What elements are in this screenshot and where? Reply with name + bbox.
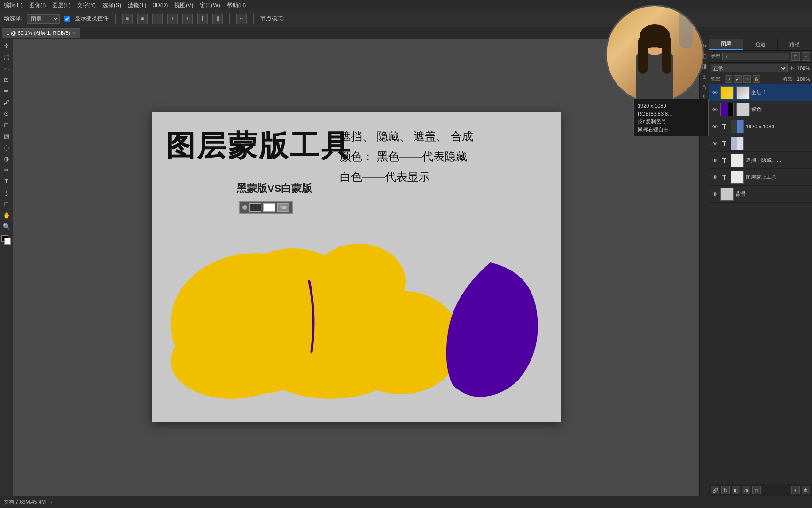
- dodge-tool-btn[interactable]: ◑: [1, 153, 12, 164]
- menu-item-help[interactable]: 帮助(H): [227, 1, 246, 9]
- menu-item-select[interactable]: 选择(S): [102, 1, 121, 9]
- lasso-tool-btn[interactable]: ⌓: [1, 63, 12, 73]
- tab-current-file[interactable]: 1 @ 60.1% (图层 1, RGB/8) ×: [2, 28, 80, 38]
- layer-eye-t5[interactable]: 👁: [711, 157, 718, 164]
- status-bar: 文档:7.66M/45.4M ›: [0, 496, 812, 508]
- purple-shape: [438, 258, 542, 399]
- hand-tool-btn[interactable]: ✋: [1, 210, 12, 220]
- distribute-v-icon[interactable]: ∥: [212, 14, 223, 24]
- brush-tool-btn[interactable]: 🖌: [1, 97, 12, 107]
- clone-tool-btn[interactable]: ⊙: [1, 108, 12, 119]
- lock-transparency-btn[interactable]: ⊡: [725, 75, 732, 83]
- zoom-tool-btn[interactable]: 🔍: [1, 221, 12, 231]
- shape-tool-btn[interactable]: □: [1, 198, 12, 209]
- layer-eye-t4[interactable]: 👁: [711, 140, 718, 147]
- canvas-tool-preview: msk: [239, 201, 293, 214]
- layer-link-btn[interactable]: 🔗: [711, 486, 719, 494]
- layer-adjustment-btn[interactable]: ◑: [742, 486, 750, 494]
- panel-toggle-4[interactable]: ⊞: [702, 73, 707, 80]
- lock-position-btn[interactable]: ⊕: [743, 75, 751, 83]
- layer-item-fig1[interactable]: 👁 图层 1: [709, 84, 812, 101]
- align-top-icon[interactable]: ⊤: [167, 14, 178, 24]
- fg-bg-colors[interactable]: [1, 235, 12, 246]
- status-arrow[interactable]: ›: [50, 500, 52, 505]
- menu-item-filter[interactable]: 滤镜(T): [128, 1, 146, 9]
- menu-item-3d[interactable]: 3D(D): [153, 2, 168, 8]
- fill-value[interactable]: 100%: [796, 76, 810, 82]
- canvas-right-line2: 颜色： 黑色——代表隐藏: [340, 146, 473, 167]
- layer-item-bg[interactable]: 👁 背景: [709, 186, 812, 203]
- layer-mask-btn[interactable]: ◧: [732, 486, 740, 494]
- menu-item-window[interactable]: 窗口(W): [200, 1, 220, 9]
- separator-1: [115, 14, 116, 24]
- panel-toggle-5[interactable]: A: [702, 84, 706, 90]
- show-transform-checkbox[interactable]: [64, 16, 70, 22]
- layer-item-t5[interactable]: 👁 T 遮挡、隐藏、...: [709, 152, 812, 169]
- crop-tool-btn[interactable]: ⊡: [1, 74, 12, 85]
- panel-menu-btn[interactable]: ≡: [802, 52, 810, 61]
- person-hair-left: [638, 36, 648, 74]
- layer-eye-fig1[interactable]: 👁: [711, 89, 718, 96]
- channels-tab[interactable]: 通道: [743, 39, 778, 50]
- layer-style-btn[interactable]: fx: [721, 486, 730, 494]
- auto-select-label: 动选择:: [4, 15, 22, 23]
- layer-list: 👁 图层 1 👁 紫色 👁 T 1920 x 1080: [709, 84, 812, 484]
- blend-mode-select[interactable]: 正常: [711, 64, 788, 72]
- gradient-tool-btn[interactable]: ▧: [1, 131, 12, 141]
- lock-icons: ⊡ 🖌 ⊕ 🔒: [725, 75, 760, 83]
- layer-mask-color: [736, 103, 750, 116]
- lock-label: 锁定:: [711, 76, 722, 82]
- layer-item-t6[interactable]: 👁 T 图层蒙版工具: [709, 169, 812, 186]
- layer-eye-bg[interactable]: 👁: [711, 190, 718, 198]
- lock-paint-btn[interactable]: 🖌: [734, 75, 742, 83]
- layer-group-btn[interactable]: □: [752, 486, 761, 494]
- align-right-icon[interactable]: ≣: [152, 14, 163, 24]
- align-center-h-icon[interactable]: ⊥: [182, 14, 193, 24]
- layer-type-t6: T: [720, 174, 728, 181]
- layer-search-box[interactable]: ▼: [722, 53, 789, 60]
- filter-icon-btn[interactable]: ◫: [791, 52, 800, 61]
- eraser-tool-btn[interactable]: ◻: [1, 119, 12, 130]
- align-bottom-icon[interactable]: ‖: [197, 14, 208, 24]
- layer-preview-t4: [731, 137, 744, 150]
- layer-eye-t6[interactable]: 👁: [711, 174, 718, 181]
- menu-item-edit[interactable]: 编辑(E): [4, 1, 23, 9]
- canvas-area[interactable]: 图层蒙版工具 黑蒙版VS白蒙版 msk 遮挡、 隐藏、 遮盖、 合成 颜色： 黑…: [13, 39, 699, 496]
- path-tool-btn[interactable]: ⟆: [1, 187, 12, 198]
- layers-tab[interactable]: 图层: [709, 39, 743, 50]
- eyedropper-tool-btn[interactable]: ✒: [1, 86, 12, 96]
- move-tool-btn[interactable]: ✛: [1, 40, 12, 51]
- more-options-btn[interactable]: ···: [236, 14, 247, 24]
- mouth: [651, 47, 658, 48]
- delete-layer-btn[interactable]: 🗑: [802, 486, 810, 494]
- blur-tool-btn[interactable]: ◌: [1, 142, 12, 152]
- selection-tool-btn[interactable]: ⬚: [1, 52, 12, 62]
- layer-item-color[interactable]: 👁 紫色: [709, 101, 812, 118]
- layer-item-t4[interactable]: 👁 T: [709, 135, 812, 152]
- align-left-icon[interactable]: ≡: [122, 14, 133, 24]
- text-tool-btn[interactable]: T: [1, 176, 12, 186]
- tooltip-line-1: 1920 x 1080: [638, 102, 704, 110]
- layer-eye-color[interactable]: 👁: [711, 106, 718, 113]
- preview-white-thumb: [263, 203, 275, 212]
- menu-item-view[interactable]: 视图(V): [174, 1, 193, 9]
- tooltip-popup: 1920 x 1080 RGB(83,83,8... 按c复制色号 鼠标右键自由…: [633, 99, 709, 136]
- paths-tab[interactable]: 路径: [778, 39, 812, 50]
- layer-thumb-fig1: [720, 86, 734, 99]
- yellow-cloud-shape: [161, 220, 462, 399]
- auto-select-type[interactable]: 图层 组: [27, 14, 60, 24]
- pen-tool-btn[interactable]: ✏: [1, 165, 12, 175]
- right-panel-toolbar: 类型 ▼ ◫ ≡: [709, 51, 812, 63]
- tab-close-btn[interactable]: ×: [73, 31, 76, 36]
- opacity-value[interactable]: 100%: [796, 65, 810, 71]
- layer-eye-t3[interactable]: 👁: [711, 123, 718, 130]
- menu-item-text[interactable]: 文字(Y): [77, 1, 96, 9]
- menu-item-layer[interactable]: 图层(L): [52, 1, 70, 9]
- align-center-v-icon[interactable]: ≢: [137, 14, 148, 24]
- new-layer-btn[interactable]: +: [791, 486, 800, 494]
- preview-black-thumb: [249, 203, 261, 212]
- layer-item-t3[interactable]: 👁 T 1920 x 1080: [709, 118, 812, 135]
- menu-item-image[interactable]: 图像(I): [29, 1, 46, 9]
- lock-all-btn[interactable]: 🔒: [753, 75, 760, 83]
- layer-type-t5: T: [720, 157, 728, 164]
